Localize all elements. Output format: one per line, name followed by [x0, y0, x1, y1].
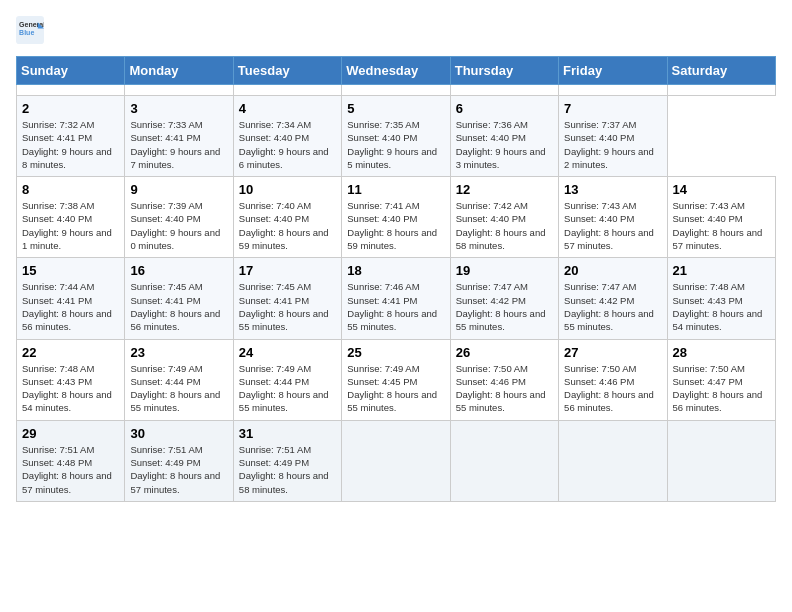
day-header-friday: Friday: [559, 57, 667, 85]
calendar-day-cell: 30 Sunrise: 7:51 AM Sunset: 4:49 PM Dayl…: [125, 420, 233, 501]
day-number: 15: [22, 263, 119, 278]
day-header-sunday: Sunday: [17, 57, 125, 85]
calendar-day-cell: 13 Sunrise: 7:43 AM Sunset: 4:40 PM Dayl…: [559, 177, 667, 258]
calendar-day-cell: 8 Sunrise: 7:38 AM Sunset: 4:40 PM Dayli…: [17, 177, 125, 258]
calendar-day-cell: [450, 420, 558, 501]
day-number: 25: [347, 345, 444, 360]
day-number: 19: [456, 263, 553, 278]
calendar-day-cell: 3 Sunrise: 7:33 AM Sunset: 4:41 PM Dayli…: [125, 96, 233, 177]
day-number: 4: [239, 101, 336, 116]
svg-text:Blue: Blue: [19, 29, 34, 36]
calendar-day-cell: [125, 85, 233, 96]
day-info: Sunrise: 7:48 AM Sunset: 4:43 PM Dayligh…: [673, 280, 770, 333]
day-number: 3: [130, 101, 227, 116]
logo: General Blue: [16, 16, 48, 44]
day-info: Sunrise: 7:49 AM Sunset: 4:44 PM Dayligh…: [239, 362, 336, 415]
page-header: General Blue: [16, 16, 776, 44]
day-number: 2: [22, 101, 119, 116]
calendar-day-cell: 27 Sunrise: 7:50 AM Sunset: 4:46 PM Dayl…: [559, 339, 667, 420]
day-info: Sunrise: 7:51 AM Sunset: 4:49 PM Dayligh…: [130, 443, 227, 496]
day-number: 13: [564, 182, 661, 197]
calendar-day-cell: [342, 85, 450, 96]
calendar-day-cell: 19 Sunrise: 7:47 AM Sunset: 4:42 PM Dayl…: [450, 258, 558, 339]
day-header-thursday: Thursday: [450, 57, 558, 85]
calendar-day-cell: [233, 85, 341, 96]
calendar-day-cell: 16 Sunrise: 7:45 AM Sunset: 4:41 PM Dayl…: [125, 258, 233, 339]
day-number: 14: [673, 182, 770, 197]
day-header-saturday: Saturday: [667, 57, 775, 85]
calendar-day-cell: 6 Sunrise: 7:36 AM Sunset: 4:40 PM Dayli…: [450, 96, 558, 177]
day-number: 26: [456, 345, 553, 360]
calendar-day-cell: [559, 420, 667, 501]
calendar-day-cell: 31 Sunrise: 7:51 AM Sunset: 4:49 PM Dayl…: [233, 420, 341, 501]
day-info: Sunrise: 7:44 AM Sunset: 4:41 PM Dayligh…: [22, 280, 119, 333]
day-number: 30: [130, 426, 227, 441]
calendar-day-cell: 7 Sunrise: 7:37 AM Sunset: 4:40 PM Dayli…: [559, 96, 667, 177]
calendar-day-cell: 5 Sunrise: 7:35 AM Sunset: 4:40 PM Dayli…: [342, 96, 450, 177]
day-number: 22: [22, 345, 119, 360]
day-number: 9: [130, 182, 227, 197]
day-info: Sunrise: 7:43 AM Sunset: 4:40 PM Dayligh…: [564, 199, 661, 252]
calendar-week-row: 22 Sunrise: 7:48 AM Sunset: 4:43 PM Dayl…: [17, 339, 776, 420]
calendar-day-cell: 24 Sunrise: 7:49 AM Sunset: 4:44 PM Dayl…: [233, 339, 341, 420]
day-number: 20: [564, 263, 661, 278]
day-info: Sunrise: 7:39 AM Sunset: 4:40 PM Dayligh…: [130, 199, 227, 252]
calendar-day-cell: 26 Sunrise: 7:50 AM Sunset: 4:46 PM Dayl…: [450, 339, 558, 420]
calendar-day-cell: 29 Sunrise: 7:51 AM Sunset: 4:48 PM Dayl…: [17, 420, 125, 501]
calendar-week-row: [17, 85, 776, 96]
calendar-day-cell: 22 Sunrise: 7:48 AM Sunset: 4:43 PM Dayl…: [17, 339, 125, 420]
day-number: 5: [347, 101, 444, 116]
day-info: Sunrise: 7:49 AM Sunset: 4:44 PM Dayligh…: [130, 362, 227, 415]
day-info: Sunrise: 7:34 AM Sunset: 4:40 PM Dayligh…: [239, 118, 336, 171]
day-header-monday: Monday: [125, 57, 233, 85]
day-info: Sunrise: 7:49 AM Sunset: 4:45 PM Dayligh…: [347, 362, 444, 415]
day-info: Sunrise: 7:40 AM Sunset: 4:40 PM Dayligh…: [239, 199, 336, 252]
calendar-table: SundayMondayTuesdayWednesdayThursdayFrid…: [16, 56, 776, 502]
calendar-day-cell: 14 Sunrise: 7:43 AM Sunset: 4:40 PM Dayl…: [667, 177, 775, 258]
day-info: Sunrise: 7:36 AM Sunset: 4:40 PM Dayligh…: [456, 118, 553, 171]
day-info: Sunrise: 7:33 AM Sunset: 4:41 PM Dayligh…: [130, 118, 227, 171]
day-number: 23: [130, 345, 227, 360]
day-info: Sunrise: 7:32 AM Sunset: 4:41 PM Dayligh…: [22, 118, 119, 171]
day-info: Sunrise: 7:50 AM Sunset: 4:47 PM Dayligh…: [673, 362, 770, 415]
calendar-day-cell: 11 Sunrise: 7:41 AM Sunset: 4:40 PM Dayl…: [342, 177, 450, 258]
day-info: Sunrise: 7:41 AM Sunset: 4:40 PM Dayligh…: [347, 199, 444, 252]
day-number: 7: [564, 101, 661, 116]
calendar-week-row: 2 Sunrise: 7:32 AM Sunset: 4:41 PM Dayli…: [17, 96, 776, 177]
calendar-day-cell: 17 Sunrise: 7:45 AM Sunset: 4:41 PM Dayl…: [233, 258, 341, 339]
day-info: Sunrise: 7:48 AM Sunset: 4:43 PM Dayligh…: [22, 362, 119, 415]
day-info: Sunrise: 7:45 AM Sunset: 4:41 PM Dayligh…: [130, 280, 227, 333]
day-number: 6: [456, 101, 553, 116]
day-number: 11: [347, 182, 444, 197]
calendar-day-cell: 4 Sunrise: 7:34 AM Sunset: 4:40 PM Dayli…: [233, 96, 341, 177]
day-number: 31: [239, 426, 336, 441]
calendar-day-cell: 21 Sunrise: 7:48 AM Sunset: 4:43 PM Dayl…: [667, 258, 775, 339]
day-info: Sunrise: 7:37 AM Sunset: 4:40 PM Dayligh…: [564, 118, 661, 171]
day-number: 24: [239, 345, 336, 360]
calendar-day-cell: 23 Sunrise: 7:49 AM Sunset: 4:44 PM Dayl…: [125, 339, 233, 420]
day-number: 8: [22, 182, 119, 197]
calendar-week-row: 8 Sunrise: 7:38 AM Sunset: 4:40 PM Dayli…: [17, 177, 776, 258]
calendar-day-cell: [450, 85, 558, 96]
calendar-day-cell: 9 Sunrise: 7:39 AM Sunset: 4:40 PM Dayli…: [125, 177, 233, 258]
day-number: 21: [673, 263, 770, 278]
day-info: Sunrise: 7:51 AM Sunset: 4:48 PM Dayligh…: [22, 443, 119, 496]
day-info: Sunrise: 7:42 AM Sunset: 4:40 PM Dayligh…: [456, 199, 553, 252]
day-number: 29: [22, 426, 119, 441]
day-info: Sunrise: 7:50 AM Sunset: 4:46 PM Dayligh…: [564, 362, 661, 415]
calendar-day-cell: 15 Sunrise: 7:44 AM Sunset: 4:41 PM Dayl…: [17, 258, 125, 339]
calendar-day-cell: [559, 85, 667, 96]
day-info: Sunrise: 7:38 AM Sunset: 4:40 PM Dayligh…: [22, 199, 119, 252]
day-info: Sunrise: 7:51 AM Sunset: 4:49 PM Dayligh…: [239, 443, 336, 496]
day-info: Sunrise: 7:47 AM Sunset: 4:42 PM Dayligh…: [564, 280, 661, 333]
day-info: Sunrise: 7:35 AM Sunset: 4:40 PM Dayligh…: [347, 118, 444, 171]
day-info: Sunrise: 7:47 AM Sunset: 4:42 PM Dayligh…: [456, 280, 553, 333]
calendar-day-cell: 10 Sunrise: 7:40 AM Sunset: 4:40 PM Dayl…: [233, 177, 341, 258]
day-number: 12: [456, 182, 553, 197]
calendar-day-cell: [342, 420, 450, 501]
day-number: 10: [239, 182, 336, 197]
calendar-day-cell: [667, 85, 775, 96]
calendar-day-cell: 25 Sunrise: 7:49 AM Sunset: 4:45 PM Dayl…: [342, 339, 450, 420]
day-info: Sunrise: 7:45 AM Sunset: 4:41 PM Dayligh…: [239, 280, 336, 333]
calendar-day-cell: 18 Sunrise: 7:46 AM Sunset: 4:41 PM Dayl…: [342, 258, 450, 339]
